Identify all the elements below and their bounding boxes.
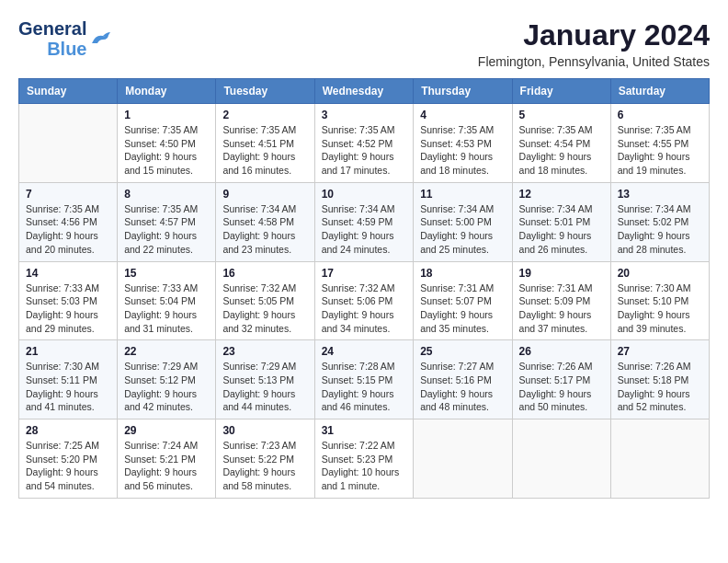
day-number: 7 [26, 188, 110, 201]
day-info: Sunrise: 7:34 AMSunset: 4:59 PMDaylight:… [322, 202, 407, 257]
day-number: 13 [618, 188, 702, 201]
calendar-cell: 7Sunrise: 7:35 AMSunset: 4:56 PMDaylight… [19, 182, 118, 261]
calendar-header-sunday: Sunday [19, 79, 118, 104]
calendar-week-row: 7Sunrise: 7:35 AMSunset: 4:56 PMDaylight… [19, 182, 710, 261]
calendar-cell: 16Sunrise: 7:32 AMSunset: 5:05 PMDayligh… [216, 261, 314, 340]
day-info: Sunrise: 7:32 AMSunset: 5:06 PMDaylight:… [322, 282, 407, 336]
day-info: Sunrise: 7:28 AMSunset: 5:15 PMDaylight:… [322, 360, 407, 414]
calendar-cell: 25Sunrise: 7:27 AMSunset: 5:16 PMDayligh… [414, 340, 512, 419]
day-info: Sunrise: 7:35 AMSunset: 4:51 PMDaylight:… [222, 123, 307, 178]
day-info: Sunrise: 7:34 AMSunset: 5:01 PMDaylight:… [519, 202, 604, 257]
logo: General Blue [18, 18, 110, 59]
calendar-week-row: 14Sunrise: 7:33 AMSunset: 5:03 PMDayligh… [19, 261, 710, 340]
day-info: Sunrise: 7:30 AMSunset: 5:11 PMDaylight:… [26, 360, 110, 414]
calendar-cell: 29Sunrise: 7:24 AMSunset: 5:21 PMDayligh… [118, 419, 216, 499]
logo-blue: Blue [47, 39, 86, 59]
day-info: Sunrise: 7:32 AMSunset: 5:05 PMDaylight:… [222, 282, 307, 336]
day-number: 20 [618, 267, 702, 280]
calendar-cell: 14Sunrise: 7:33 AMSunset: 5:03 PMDayligh… [19, 261, 118, 340]
calendar-week-row: 1Sunrise: 7:35 AMSunset: 4:50 PMDaylight… [19, 104, 710, 183]
day-info: Sunrise: 7:35 AMSunset: 4:50 PMDaylight:… [124, 123, 209, 178]
calendar-cell: 30Sunrise: 7:23 AMSunset: 5:22 PMDayligh… [216, 419, 314, 499]
day-info: Sunrise: 7:34 AMSunset: 5:02 PMDaylight:… [618, 202, 702, 257]
location: Flemington, Pennsylvania, United States [478, 54, 710, 69]
day-info: Sunrise: 7:35 AMSunset: 4:55 PMDaylight:… [618, 123, 702, 178]
day-number: 10 [322, 188, 407, 201]
day-info: Sunrise: 7:31 AMSunset: 5:09 PMDaylight:… [519, 282, 604, 336]
day-info: Sunrise: 7:25 AMSunset: 5:20 PMDaylight:… [26, 439, 110, 493]
day-number: 11 [420, 188, 505, 201]
day-number: 14 [26, 267, 110, 280]
day-number: 26 [519, 345, 604, 358]
day-info: Sunrise: 7:22 AMSunset: 5:23 PMDaylight:… [322, 439, 407, 493]
day-number: 22 [124, 345, 209, 358]
calendar-cell: 1Sunrise: 7:35 AMSunset: 4:50 PMDaylight… [118, 104, 216, 183]
day-info: Sunrise: 7:34 AMSunset: 4:58 PMDaylight:… [222, 202, 307, 257]
calendar-table: SundayMondayTuesdayWednesdayThursdayFrid… [18, 78, 710, 499]
calendar-cell: 11Sunrise: 7:34 AMSunset: 5:00 PMDayligh… [414, 182, 512, 261]
day-number: 24 [322, 345, 407, 358]
calendar-header-thursday: Thursday [414, 79, 512, 104]
day-number: 15 [124, 267, 209, 280]
day-number: 19 [519, 267, 604, 280]
calendar-cell: 15Sunrise: 7:33 AMSunset: 5:04 PMDayligh… [118, 261, 216, 340]
calendar-cell: 24Sunrise: 7:28 AMSunset: 5:15 PMDayligh… [314, 340, 414, 419]
calendar-cell: 2Sunrise: 7:35 AMSunset: 4:51 PMDaylight… [216, 104, 314, 183]
day-number: 6 [618, 109, 702, 121]
calendar-cell: 5Sunrise: 7:35 AMSunset: 4:54 PMDaylight… [512, 104, 610, 183]
calendar-cell: 3Sunrise: 7:35 AMSunset: 4:52 PMDaylight… [314, 104, 414, 183]
calendar-cell: 12Sunrise: 7:34 AMSunset: 5:01 PMDayligh… [512, 182, 610, 261]
day-number: 28 [26, 424, 110, 437]
day-number: 27 [618, 345, 702, 358]
month-title: January 2024 [478, 18, 710, 52]
day-number: 25 [420, 345, 505, 358]
day-number: 31 [322, 424, 407, 437]
day-number: 12 [519, 188, 604, 201]
calendar-header-wednesday: Wednesday [314, 79, 414, 104]
day-info: Sunrise: 7:31 AMSunset: 5:07 PMDaylight:… [420, 282, 505, 336]
day-info: Sunrise: 7:24 AMSunset: 5:21 PMDaylight:… [124, 439, 209, 493]
day-number: 4 [420, 109, 505, 121]
logo-bird-icon [90, 30, 110, 47]
day-info: Sunrise: 7:35 AMSunset: 4:53 PMDaylight:… [420, 123, 505, 178]
day-number: 17 [322, 267, 407, 280]
calendar-cell: 20Sunrise: 7:30 AMSunset: 5:10 PMDayligh… [610, 261, 709, 340]
day-info: Sunrise: 7:35 AMSunset: 4:52 PMDaylight:… [322, 123, 407, 178]
calendar-cell: 19Sunrise: 7:31 AMSunset: 5:09 PMDayligh… [512, 261, 610, 340]
calendar-header-row: SundayMondayTuesdayWednesdayThursdayFrid… [19, 79, 710, 104]
day-number: 18 [420, 267, 505, 280]
calendar-cell: 8Sunrise: 7:35 AMSunset: 4:57 PMDaylight… [118, 182, 216, 261]
calendar-cell: 17Sunrise: 7:32 AMSunset: 5:06 PMDayligh… [314, 261, 414, 340]
day-info: Sunrise: 7:34 AMSunset: 5:00 PMDaylight:… [420, 202, 505, 257]
day-number: 1 [124, 109, 209, 121]
calendar-cell: 9Sunrise: 7:34 AMSunset: 4:58 PMDaylight… [216, 182, 314, 261]
calendar-cell: 10Sunrise: 7:34 AMSunset: 4:59 PMDayligh… [314, 182, 414, 261]
day-number: 9 [222, 188, 307, 201]
calendar-cell [512, 419, 610, 499]
calendar-cell: 22Sunrise: 7:29 AMSunset: 5:12 PMDayligh… [118, 340, 216, 419]
calendar-cell: 23Sunrise: 7:29 AMSunset: 5:13 PMDayligh… [216, 340, 314, 419]
title-area: January 2024 Flemington, Pennsylvania, U… [478, 18, 710, 69]
calendar-cell: 4Sunrise: 7:35 AMSunset: 4:53 PMDaylight… [414, 104, 512, 183]
calendar-header-saturday: Saturday [610, 79, 709, 104]
day-number: 16 [222, 267, 307, 280]
calendar-header-tuesday: Tuesday [216, 79, 314, 104]
calendar-week-row: 28Sunrise: 7:25 AMSunset: 5:20 PMDayligh… [19, 419, 710, 499]
day-info: Sunrise: 7:23 AMSunset: 5:22 PMDaylight:… [222, 439, 307, 493]
calendar-cell: 18Sunrise: 7:31 AMSunset: 5:07 PMDayligh… [414, 261, 512, 340]
day-info: Sunrise: 7:26 AMSunset: 5:18 PMDaylight:… [618, 360, 702, 414]
calendar-cell: 27Sunrise: 7:26 AMSunset: 5:18 PMDayligh… [610, 340, 709, 419]
logo-general: General [18, 18, 86, 39]
day-info: Sunrise: 7:33 AMSunset: 5:03 PMDaylight:… [26, 282, 110, 336]
day-number: 23 [222, 345, 307, 358]
calendar-cell: 28Sunrise: 7:25 AMSunset: 5:20 PMDayligh… [19, 419, 118, 499]
day-info: Sunrise: 7:35 AMSunset: 4:57 PMDaylight:… [124, 202, 209, 257]
day-number: 5 [519, 109, 604, 121]
calendar-cell: 6Sunrise: 7:35 AMSunset: 4:55 PMDaylight… [610, 104, 709, 183]
day-number: 3 [322, 109, 407, 121]
day-number: 29 [124, 424, 209, 437]
calendar-week-row: 21Sunrise: 7:30 AMSunset: 5:11 PMDayligh… [19, 340, 710, 419]
day-info: Sunrise: 7:35 AMSunset: 4:56 PMDaylight:… [26, 202, 110, 257]
calendar-cell: 26Sunrise: 7:26 AMSunset: 5:17 PMDayligh… [512, 340, 610, 419]
day-number: 21 [26, 345, 110, 358]
